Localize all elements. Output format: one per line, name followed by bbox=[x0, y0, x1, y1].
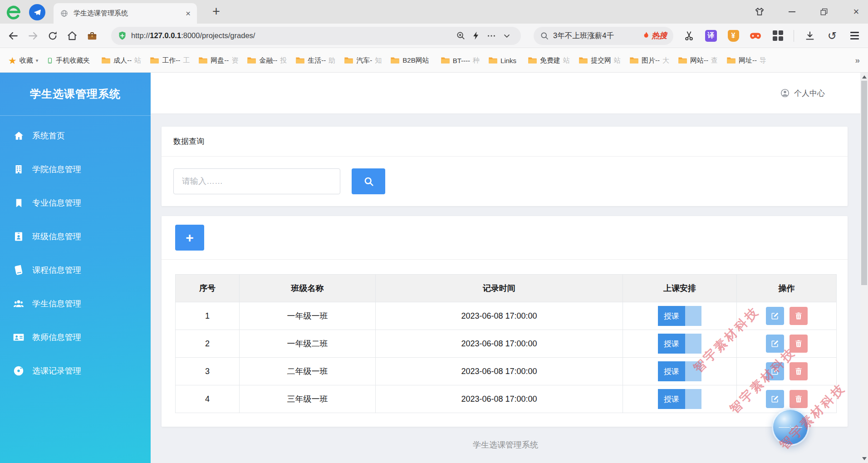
bookmark-item[interactable]: 网址--导 bbox=[726, 56, 766, 65]
download-icon[interactable] bbox=[804, 30, 816, 42]
floating-timer-button[interactable]: ——:—— bbox=[772, 409, 809, 446]
trash-icon bbox=[794, 367, 803, 376]
edit-button[interactable] bbox=[766, 307, 784, 325]
data-table: 序号 班级名称 记录时间 上课安排 操作 1 一年级一班 202 bbox=[175, 274, 837, 413]
games-icon[interactable] bbox=[749, 30, 762, 42]
briefcase-icon[interactable] bbox=[86, 29, 98, 43]
bookmark-item[interactable]: 图片--大 bbox=[629, 56, 669, 65]
zoom-page-icon[interactable] bbox=[453, 29, 468, 43]
browser-tab[interactable]: 学生选课管理系统 × bbox=[54, 3, 197, 24]
bookmark-item[interactable]: 汽车-知 bbox=[344, 56, 382, 65]
scrollbar-thumb[interactable] bbox=[861, 81, 867, 285]
bookmark-item[interactable]: BT----种 bbox=[441, 56, 480, 65]
cell-no: 2 bbox=[176, 330, 240, 358]
menu-icon[interactable] bbox=[848, 30, 861, 42]
trash-icon bbox=[794, 339, 803, 348]
sidebar-item-student[interactable]: 学生信息管理 bbox=[0, 287, 151, 320]
delete-button[interactable] bbox=[790, 362, 808, 380]
hot-search-label: 热搜 bbox=[652, 30, 667, 41]
lightning-icon[interactable] bbox=[468, 29, 484, 43]
chevron-down-icon[interactable] bbox=[499, 29, 515, 43]
undo-icon[interactable]: ↺ bbox=[826, 30, 839, 42]
edit-button[interactable] bbox=[766, 335, 784, 353]
user-center-button[interactable]: 个人中心 bbox=[780, 88, 825, 99]
forward-icon[interactable] bbox=[27, 29, 39, 43]
sidebar-item-class[interactable]: 班级信息管理 bbox=[0, 220, 151, 253]
search-box[interactable]: 3年不上班涨薪4千 热搜 bbox=[534, 27, 673, 45]
home-icon bbox=[12, 129, 25, 142]
bookmark-item[interactable]: 工作--工 bbox=[150, 56, 190, 65]
browser-logo-icon[interactable] bbox=[5, 3, 23, 21]
sidebar-item-enrollment[interactable]: 选课记录管理 bbox=[0, 354, 151, 388]
bookmark-item[interactable]: 生活--助 bbox=[295, 56, 335, 65]
wallet-shield-icon[interactable]: ¥ bbox=[727, 30, 740, 42]
cell-class-name: 三年级一班 bbox=[240, 385, 376, 413]
hot-search-badge[interactable]: 热搜 bbox=[642, 30, 667, 41]
page-scrollbar[interactable] bbox=[860, 73, 868, 463]
cell-record-time: 2023-06-08 17:00:00 bbox=[376, 385, 623, 413]
bookmark-item[interactable]: 网站--查 bbox=[678, 56, 718, 65]
favorites-button[interactable]: ★ 收藏 ▾ bbox=[8, 56, 38, 65]
url-bar[interactable]: http://127.0.0.1:8000/projects/grades/ bbox=[111, 27, 521, 45]
apps-grid-icon[interactable] bbox=[771, 30, 784, 42]
window-controls: × bbox=[754, 0, 862, 24]
folder-icon bbox=[390, 56, 400, 64]
delete-button[interactable] bbox=[790, 307, 808, 325]
home-toolbar-icon[interactable] bbox=[66, 29, 78, 43]
schedule-button[interactable]: 授课 bbox=[658, 361, 701, 381]
search-icon bbox=[540, 31, 549, 40]
bookmark-item[interactable]: 网盘--资 bbox=[198, 56, 238, 65]
scissors-icon[interactable] bbox=[682, 30, 695, 42]
cell-class-name: 二年级一班 bbox=[240, 358, 376, 385]
new-tab-button[interactable]: + bbox=[212, 4, 220, 19]
sidebar-item-college[interactable]: 学院信息管理 bbox=[0, 153, 151, 186]
search-button[interactable] bbox=[352, 168, 385, 194]
scroll-up-icon[interactable] bbox=[862, 75, 867, 79]
edit-button[interactable] bbox=[766, 362, 784, 380]
folder-icon bbox=[150, 56, 159, 64]
bookmark-item[interactable]: 成人--站 bbox=[101, 56, 141, 65]
schedule-button[interactable]: 授课 bbox=[658, 334, 701, 354]
translate-icon[interactable]: 译 bbox=[705, 30, 717, 42]
sidebar-item-major[interactable]: 专业信息管理 bbox=[0, 186, 151, 220]
delete-button[interactable] bbox=[790, 335, 808, 353]
folder-icon bbox=[101, 56, 111, 64]
schedule-button[interactable]: 授课 bbox=[658, 389, 701, 409]
scroll-down-icon[interactable] bbox=[862, 457, 867, 460]
sidebar-menu: 系统首页 学院信息管理 专业信息管理 bbox=[0, 116, 151, 388]
sidebar-item-teacher[interactable]: 教师信息管理 bbox=[0, 320, 151, 354]
minimize-button[interactable] bbox=[786, 6, 797, 17]
record-icon bbox=[12, 364, 25, 377]
bookmark-item[interactable]: Links bbox=[488, 56, 519, 64]
sidebar-item-home[interactable]: 系统首页 bbox=[0, 119, 151, 153]
cell-record-time: 2023-06-08 17:00:00 bbox=[376, 302, 623, 330]
quick-nav-icon[interactable] bbox=[29, 4, 45, 20]
close-window-button[interactable]: × bbox=[851, 6, 862, 17]
search-input[interactable] bbox=[173, 168, 340, 194]
edit-button[interactable] bbox=[766, 390, 784, 408]
browser-toolbar: http://127.0.0.1:8000/projects/grades/ bbox=[0, 24, 868, 48]
sidebar-item-course[interactable]: 课程信息管理 bbox=[0, 253, 151, 287]
reload-icon[interactable] bbox=[47, 29, 59, 43]
bookmark-item[interactable]: 手机收藏夹 bbox=[47, 56, 93, 65]
tab-close-icon[interactable]: × bbox=[186, 9, 191, 18]
schedule-button[interactable]: 授课 bbox=[658, 306, 701, 326]
app-title: 学生选课管理系统 bbox=[0, 73, 151, 116]
skin-icon[interactable] bbox=[754, 6, 765, 17]
column-header-no: 序号 bbox=[176, 275, 240, 302]
edit-icon bbox=[770, 394, 780, 404]
bookmark-item[interactable]: 提交网站 bbox=[579, 56, 621, 65]
bookmark-item[interactable]: 免费建站 bbox=[528, 56, 570, 65]
back-icon[interactable] bbox=[7, 29, 19, 43]
restore-button[interactable] bbox=[819, 6, 829, 17]
folder-icon bbox=[441, 56, 450, 64]
folder-icon bbox=[488, 56, 498, 64]
bookmark-item[interactable]: 金融--投 bbox=[247, 56, 287, 65]
delete-button[interactable] bbox=[790, 390, 808, 408]
add-button[interactable]: + bbox=[175, 225, 204, 251]
bookmarks-overflow-icon[interactable]: » bbox=[855, 55, 860, 65]
bookmark-item[interactable]: B2B网站 bbox=[390, 56, 432, 65]
id-card-icon bbox=[12, 331, 25, 344]
more-options-icon[interactable] bbox=[484, 29, 499, 43]
folder-icon bbox=[247, 56, 256, 64]
